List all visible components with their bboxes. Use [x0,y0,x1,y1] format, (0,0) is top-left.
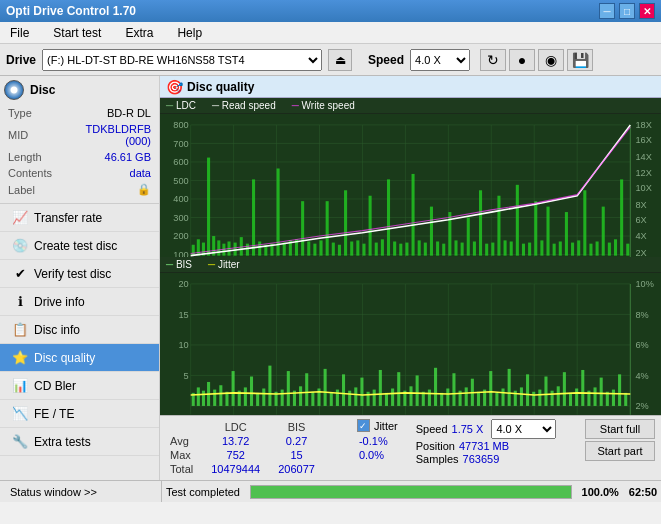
svg-rect-197 [428,390,431,406]
ldc-chart: ─ LDC ─ Read speed ─ Write speed [160,98,661,257]
svg-rect-167 [244,387,247,406]
sidebar-item-cd-bler[interactable]: 📊 CD Bler [0,372,159,400]
svg-rect-192 [397,372,400,406]
svg-rect-100 [504,240,507,255]
menu-help[interactable]: Help [171,24,208,42]
sidebar-label-verify-test-disc: Verify test disc [34,267,111,281]
position-row: Position 47731 MB [416,440,557,452]
close-button[interactable]: ✕ [639,3,655,19]
svg-rect-215 [538,390,541,406]
progress-bar [251,486,571,498]
svg-rect-171 [268,366,271,406]
disc-label: Disc [30,83,55,97]
disc-length-label: Length [6,150,54,164]
start-full-button[interactable]: Start full [585,419,655,439]
svg-rect-227 [612,390,615,406]
svg-rect-118 [614,239,617,255]
speed-select-drive[interactable]: 4.0 X 2.0 X 8.0 X [410,49,470,71]
disc-mid-value: TDKBLDRFB (000) [56,122,153,148]
svg-rect-94 [467,218,470,256]
sidebar-item-fe-te[interactable]: 📉 FE / TE [0,400,159,428]
svg-rect-177 [305,373,308,406]
stats-panel: LDC BIS Avg 13.72 0.27 Max 752 [160,415,661,480]
svg-rect-212 [520,387,523,406]
svg-rect-176 [299,386,302,406]
avg-label: Avg [168,435,201,447]
max-jitter: 0.0% [357,448,398,462]
disc-header: Disc [4,80,155,100]
disc-action-btn1[interactable]: ● [509,49,535,71]
svg-rect-108 [553,244,556,256]
svg-text:18X: 18X [635,119,652,130]
sidebar-item-transfer-rate[interactable]: 📈 Transfer rate [0,204,159,232]
max-label: Max [168,449,201,461]
total-label: Total [168,463,201,475]
status-window-button[interactable]: Status window >> [4,481,162,502]
svg-text:15: 15 [178,308,188,319]
avg-jitter: -0.1% [357,434,398,448]
svg-rect-106 [540,240,543,255]
disc-info-table: Type BD-R DL MID TDKBLDRFB (000) Length … [4,104,155,199]
svg-rect-190 [385,393,388,406]
svg-rect-88 [430,207,433,256]
svg-text:6%: 6% [635,339,649,350]
sidebar-item-extra-tests[interactable]: 🔧 Extra tests [0,428,159,456]
sidebar-label-disc-info: Disc info [34,323,80,337]
svg-rect-58 [246,244,249,256]
menu-extra[interactable]: Extra [119,24,159,42]
maximize-button[interactable]: □ [619,3,635,19]
jitter-header: ✓ Jitter [357,419,398,432]
svg-rect-174 [287,371,290,406]
svg-rect-78 [369,196,372,256]
window-controls: ─ □ ✕ [599,3,655,19]
svg-rect-182 [336,390,339,406]
svg-rect-80 [381,239,384,255]
save-button[interactable]: 💾 [567,49,593,71]
svg-rect-168 [250,377,253,406]
svg-rect-53 [217,240,220,255]
svg-rect-162 [213,390,216,406]
jitter-legend: ─ Jitter [208,259,240,270]
svg-rect-115 [596,241,599,255]
disc-quality-icon: ⭐ [12,350,28,366]
status-window-label: Status window >> [10,486,97,498]
svg-rect-81 [387,179,390,255]
menu-file[interactable]: File [4,24,35,42]
stats-header-empty2 [325,421,341,433]
disc-action-btn2[interactable]: ◉ [538,49,564,71]
sidebar-item-create-test-disc[interactable]: 💿 Create test disc [0,232,159,260]
svg-rect-59 [252,179,255,255]
disc-mid-row: MID TDKBLDRFB (000) [6,122,153,148]
svg-rect-184 [348,391,351,406]
refresh-button[interactable]: ↻ [480,49,506,71]
svg-rect-210 [508,369,511,406]
samples-label: Samples [416,453,459,465]
svg-rect-189 [379,370,382,406]
svg-rect-103 [522,244,525,256]
svg-rect-71 [326,201,329,255]
speed-stat-select[interactable]: 4.0 X [491,419,556,439]
drive-select[interactable]: (F:) HL-DT-ST BD-RE WH16NS58 TST4 [42,49,322,71]
svg-rect-186 [360,378,363,406]
svg-rect-102 [516,185,519,256]
menu-start-test[interactable]: Start test [47,24,107,42]
svg-rect-112 [577,240,580,255]
sidebar-item-drive-info[interactable]: ℹ Drive info [0,288,159,316]
cd-bler-icon: 📊 [12,378,28,394]
disc-quality-header: 🎯 Disc quality [160,76,661,98]
avg-bis: 0.27 [270,435,323,447]
sidebar-item-disc-quality[interactable]: ⭐ Disc quality [0,344,159,372]
svg-rect-181 [330,393,333,406]
jitter-checkbox[interactable]: ✓ [357,419,370,432]
jitter-label: Jitter [374,420,398,432]
minimize-button[interactable]: ─ [599,3,615,19]
disc-contents-row: Contents data [6,166,153,180]
svg-rect-60 [258,241,261,255]
start-part-button[interactable]: Start part [585,441,655,461]
svg-rect-169 [256,393,259,406]
svg-rect-170 [262,389,265,406]
svg-rect-191 [391,389,394,406]
sidebar-item-disc-info[interactable]: 📋 Disc info [0,316,159,344]
eject-button[interactable]: ⏏ [328,49,352,71]
sidebar-item-verify-test-disc[interactable]: ✔ Verify test disc [0,260,159,288]
